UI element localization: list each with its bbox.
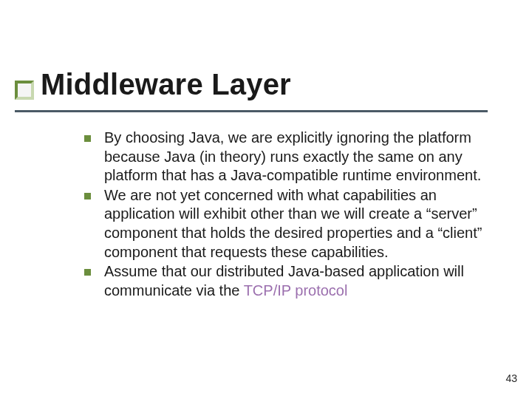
- bullet-text: We are not yet concerned with what capab…: [104, 186, 498, 262]
- slide: Middleware Layer By choosing Java, we ar…: [0, 0, 532, 399]
- bullet-item: By choosing Java, we are explicitly igno…: [84, 129, 498, 185]
- slide-title: Middleware Layer: [41, 68, 291, 101]
- square-bullet-icon: [84, 193, 91, 200]
- title-accent-box: [15, 81, 34, 100]
- bullet-text: Assume that our distributed Java-based a…: [104, 262, 498, 300]
- slide-body: By choosing Java, we are explicitly igno…: [84, 129, 498, 301]
- bullet-item: We are not yet concerned with what capab…: [84, 186, 498, 262]
- square-bullet-icon: [84, 269, 91, 276]
- square-bullet-icon: [84, 135, 91, 142]
- title-underline: [15, 110, 488, 112]
- bullet-item: Assume that our distributed Java-based a…: [84, 262, 498, 300]
- bullet-text: By choosing Java, we are explicitly igno…: [104, 129, 498, 185]
- page-number: 43: [505, 372, 517, 384]
- link-text: TCP/IP protocol: [244, 282, 348, 299]
